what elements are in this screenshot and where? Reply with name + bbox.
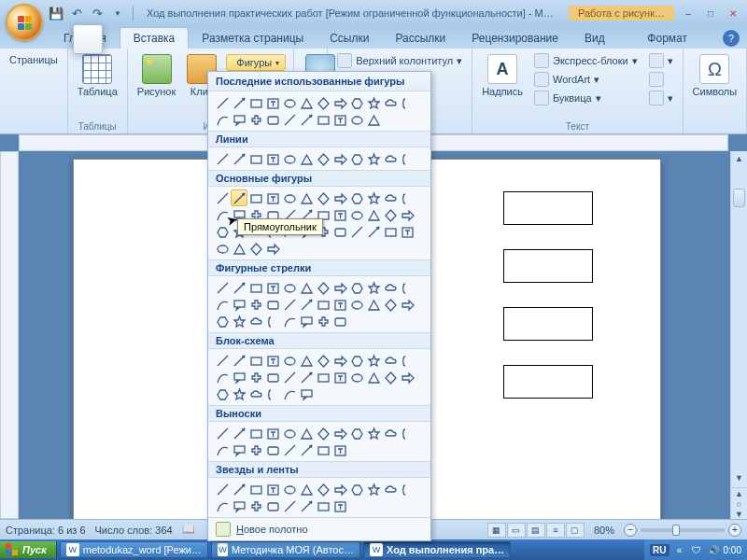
shape-option[interactable] [365, 150, 382, 167]
shape-option[interactable] [231, 279, 247, 296]
shape-option[interactable] [365, 279, 382, 296]
shape-option[interactable] [315, 111, 331, 128]
shape-option[interactable] [281, 425, 298, 441]
shape-option[interactable] [331, 497, 348, 514]
shape-option[interactable] [348, 189, 365, 206]
shape-option[interactable] [281, 385, 298, 402]
shape-option[interactable] [315, 189, 331, 206]
shape-option[interactable] [264, 94, 281, 111]
shape-option[interactable] [281, 369, 298, 385]
shape-option[interactable] [214, 352, 231, 369]
pages-button[interactable]: Страницы [6, 52, 62, 67]
shape-rectangle[interactable] [503, 191, 593, 225]
shape-option[interactable] [214, 189, 231, 206]
shape-option[interactable] [231, 369, 247, 385]
shape-option[interactable] [331, 352, 348, 369]
shape-option[interactable] [247, 94, 264, 111]
shape-option[interactable] [214, 240, 231, 257]
shape-option[interactable] [214, 385, 231, 402]
shape-option[interactable] [264, 279, 281, 296]
shape-option[interactable] [247, 441, 264, 458]
shape-option[interactable] [382, 425, 399, 441]
shape-option[interactable] [348, 206, 365, 223]
shape-option[interactable] [348, 150, 365, 167]
tab-references[interactable]: Ссылки [317, 28, 382, 49]
shape-option[interactable] [298, 497, 315, 514]
shape-option[interactable] [365, 369, 382, 385]
shape-option[interactable] [231, 150, 247, 167]
shape-option[interactable] [331, 94, 348, 111]
shape-option[interactable] [399, 206, 416, 223]
shape-option[interactable] [315, 279, 331, 296]
shape-option[interactable] [281, 94, 298, 111]
shape-option[interactable] [214, 296, 231, 313]
shape-option[interactable] [298, 352, 315, 369]
shape-option[interactable] [214, 481, 231, 497]
shape-option[interactable] [399, 94, 416, 111]
shape-option[interactable] [264, 240, 281, 257]
shape-option[interactable] [247, 279, 264, 296]
taskbar-item-2[interactable]: WМетодичка МОЯ (Автос… [211, 541, 360, 558]
shape-option[interactable] [247, 369, 264, 385]
shape-option[interactable] [264, 481, 281, 497]
shape-option[interactable] [281, 189, 298, 206]
shape-option[interactable] [231, 425, 247, 441]
shape-option[interactable] [298, 94, 315, 111]
help-button[interactable]: ? [723, 30, 740, 47]
scroll-up-icon[interactable]: ▲ [731, 151, 747, 166]
shape-option[interactable] [247, 425, 264, 441]
shape-option[interactable] [281, 150, 298, 167]
tab-view[interactable]: Вид [571, 28, 618, 49]
shape-option[interactable] [382, 481, 399, 497]
shape-option[interactable] [382, 279, 399, 296]
shape-rectangle[interactable] [503, 307, 593, 341]
clock[interactable]: 0:00 [724, 545, 741, 555]
shape-option[interactable] [231, 94, 247, 111]
shape-option[interactable] [331, 296, 348, 313]
shape-option[interactable] [315, 94, 331, 111]
shape-option[interactable] [298, 279, 315, 296]
shape-option[interactable] [348, 425, 365, 441]
shape-option[interactable] [281, 111, 298, 128]
browse-object[interactable]: ▲○▼ [731, 487, 747, 519]
minimize-button[interactable]: – [678, 6, 698, 21]
shape-option[interactable] [247, 189, 264, 206]
vertical-scrollbar[interactable]: ▲ ▼ ▲○▼ [730, 151, 747, 519]
shape-option[interactable] [264, 441, 281, 458]
shape-option[interactable] [231, 189, 247, 206]
shape-option[interactable] [315, 150, 331, 167]
shape-option[interactable] [247, 296, 264, 313]
language-indicator[interactable]: RU [650, 544, 669, 556]
shape-option[interactable] [298, 296, 315, 313]
undo-icon[interactable]: ↶ [69, 6, 84, 21]
zoom-track[interactable] [641, 528, 725, 532]
shape-option[interactable] [264, 425, 281, 441]
shape-option[interactable] [382, 94, 399, 111]
scroll-down-icon[interactable]: ▼ [731, 470, 747, 485]
shape-option[interactable] [214, 313, 231, 329]
shape-option[interactable] [399, 425, 416, 441]
shape-option[interactable] [365, 206, 382, 223]
shape-option[interactable] [348, 279, 365, 296]
shape-option[interactable] [214, 497, 231, 514]
shape-option[interactable] [231, 441, 247, 458]
shape-option[interactable] [214, 369, 231, 385]
shape-option[interactable] [399, 352, 416, 369]
shape-option[interactable] [264, 385, 281, 402]
zoom-knob[interactable] [672, 525, 680, 536]
tab-layout[interactable]: Разметка страницы [189, 28, 317, 49]
shape-option[interactable] [348, 94, 365, 111]
save-icon[interactable]: 💾 [49, 6, 63, 21]
header-button[interactable]: Верхний колонтитул ▾ [333, 52, 466, 69]
shape-option[interactable] [331, 481, 348, 497]
express-blocks-button[interactable]: Экспресс-блоки ▾ [530, 52, 641, 69]
shape-option[interactable] [264, 352, 281, 369]
shape-option[interactable] [365, 481, 382, 497]
shape-option[interactable] [247, 111, 264, 128]
shape-option[interactable] [382, 189, 399, 206]
shape-option[interactable] [365, 189, 382, 206]
shape-option[interactable] [331, 111, 348, 128]
symbol-button[interactable]: Ω Символы [689, 52, 741, 99]
zoom-in-button[interactable]: + [728, 524, 741, 537]
shape-option[interactable] [365, 352, 382, 369]
